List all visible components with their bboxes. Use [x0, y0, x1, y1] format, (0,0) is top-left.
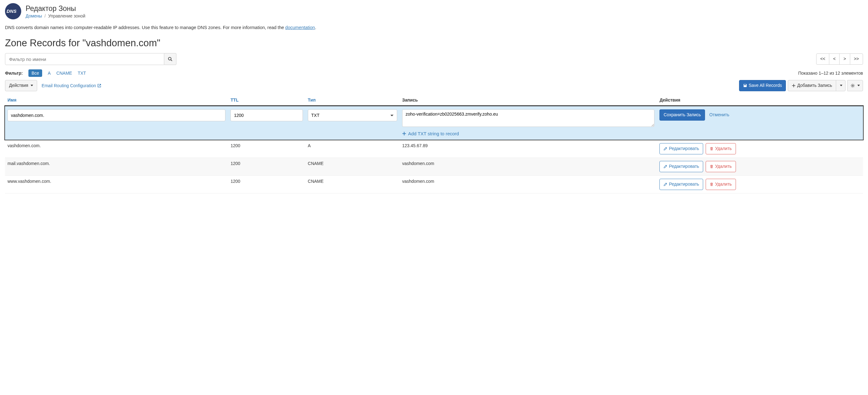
zone-records-title: Zone Records for "vashdomen.com": [5, 37, 863, 49]
page-title: Редактор Зоны: [26, 4, 85, 13]
delete-button[interactable]: Удалить: [706, 179, 736, 190]
external-link-icon: [97, 84, 101, 87]
add-txt-string-link[interactable]: Add TXT string to record: [402, 131, 459, 136]
svg-point-1: [168, 57, 171, 60]
filter-search-button[interactable]: [164, 53, 177, 65]
trash-icon: [710, 165, 713, 168]
cell-ttl: 1200: [228, 140, 305, 158]
filter-label: Фильтр:: [5, 70, 23, 76]
th-record: Запись: [400, 94, 657, 106]
delete-button[interactable]: Удалить: [706, 161, 736, 172]
edit-name-input[interactable]: [7, 109, 225, 121]
cell-ttl: 1200: [228, 175, 305, 193]
cell-type: CNAME: [305, 175, 400, 193]
edit-button[interactable]: Редактировать: [659, 179, 703, 190]
breadcrumb-home[interactable]: Домены: [26, 13, 42, 19]
edit-button[interactable]: Редактировать: [659, 161, 703, 172]
pager: << < > >>: [816, 53, 863, 65]
chevron-down-icon: [840, 85, 842, 86]
email-routing-link[interactable]: Email Routing Configuration: [41, 83, 101, 88]
filter-tab-a[interactable]: A: [48, 70, 51, 76]
filter-tab-all[interactable]: Все: [28, 69, 42, 77]
cell-record: vashdomen.com: [400, 158, 657, 175]
table-row: vashdomen.com.1200A123.45.67.89 Редактир…: [5, 140, 863, 158]
settings-button[interactable]: [847, 80, 863, 91]
edit-type-select[interactable]: TXT: [308, 109, 397, 121]
plus-icon: [402, 132, 406, 136]
edit-button[interactable]: Редактировать: [659, 143, 703, 154]
pager-showing: Показано 1–12 из 12 элементов: [798, 70, 863, 76]
pencil-icon: [663, 147, 667, 151]
edit-record-textarea[interactable]: [402, 109, 654, 127]
pager-first[interactable]: <<: [816, 53, 829, 65]
save-all-button[interactable]: Save All Records: [739, 80, 786, 91]
table-row: www.vashdomen.com.1200CNAMEvashdomen.com…: [5, 175, 863, 193]
cell-name: vashdomen.com.: [5, 140, 228, 158]
records-table: Имя TTL Тип Запись Действия TXT Add TXT …: [5, 94, 863, 193]
pencil-icon: [663, 182, 667, 186]
delete-button[interactable]: Удалить: [706, 143, 736, 154]
cell-name: www.vashdomen.com.: [5, 175, 228, 193]
table-row: mail.vashdomen.com.1200CNAMEvashdomen.co…: [5, 158, 863, 175]
trash-icon: [710, 147, 713, 151]
plus-icon: [792, 84, 796, 87]
cancel-button[interactable]: Отменить: [706, 110, 733, 119]
th-ttl[interactable]: TTL: [228, 94, 305, 106]
add-record-dropdown[interactable]: [836, 80, 845, 91]
cell-record: vashdomen.com: [400, 175, 657, 193]
edit-ttl-input[interactable]: [230, 109, 303, 121]
th-actions: Действия: [657, 94, 863, 106]
actions-dropdown[interactable]: Действия: [5, 80, 37, 91]
chevron-down-icon: [31, 85, 33, 86]
add-record-button[interactable]: Добавить Запись: [788, 80, 836, 91]
cell-name: mail.vashdomen.com.: [5, 158, 228, 175]
pager-last[interactable]: >>: [850, 53, 863, 65]
filter-input-group: [5, 53, 177, 65]
pager-next[interactable]: >: [839, 53, 850, 65]
th-name[interactable]: Имя: [5, 94, 228, 106]
page-header: DNS Редактор Зоны Домены / Управление зо…: [5, 3, 863, 19]
cell-type: CNAME: [305, 158, 400, 175]
svg-point-3: [852, 85, 853, 86]
pager-prev[interactable]: <: [829, 53, 840, 65]
search-icon: [168, 57, 172, 61]
filter-tab-txt[interactable]: TXT: [78, 70, 86, 76]
filter-tabs: Фильтр: Все A CNAME TXT: [5, 69, 86, 77]
svg-text:DNS: DNS: [6, 8, 17, 14]
cell-ttl: 1200: [228, 158, 305, 175]
filter-tab-cname[interactable]: CNAME: [56, 70, 72, 76]
gear-icon: [850, 83, 855, 88]
breadcrumb-current: Управление зоной: [48, 13, 85, 19]
filter-input[interactable]: [5, 53, 164, 65]
save-record-button[interactable]: Сохранить Запись: [659, 109, 705, 121]
save-icon: [743, 83, 747, 87]
cell-record: 123.45.67.89: [400, 140, 657, 158]
pencil-icon: [663, 165, 667, 168]
svg-line-2: [171, 60, 172, 61]
intro-text: DNS converts domain names into computer-…: [5, 25, 863, 30]
breadcrumb: Домены / Управление зоной: [26, 13, 85, 19]
table-row-edit: TXT Add TXT string to record Сохранить З…: [5, 106, 863, 140]
trash-icon: [710, 182, 713, 186]
cell-type: A: [305, 140, 400, 158]
th-type[interactable]: Тип: [305, 94, 400, 106]
dns-logo-icon: DNS: [5, 3, 21, 19]
chevron-down-icon: [857, 85, 860, 86]
documentation-link[interactable]: documentation: [285, 25, 315, 30]
